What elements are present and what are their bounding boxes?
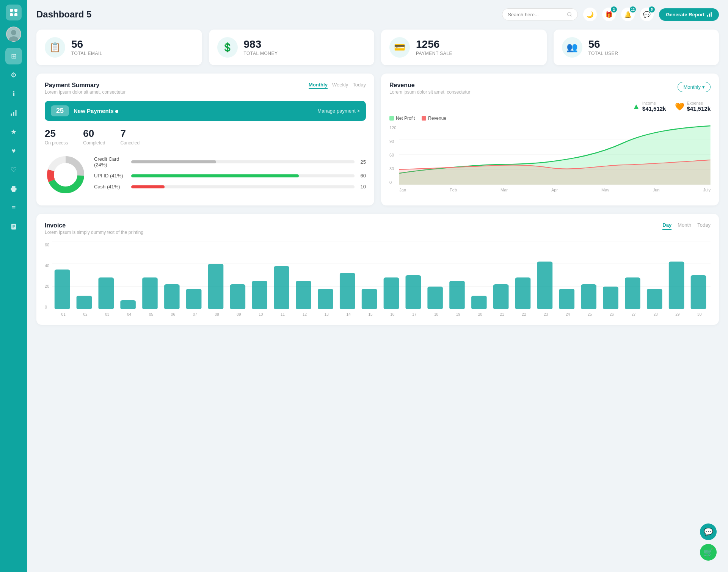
stat-card-email: 📋 56 TOTAL EMAIL [36,30,202,65]
donut-chart [45,154,86,197]
sidebar-item-info[interactable]: ℹ [5,86,22,102]
svg-rect-3 [14,13,17,16]
chat-button[interactable]: 💬 5 [640,8,654,21]
tab-today[interactable]: Today [353,82,366,89]
sidebar-item-heart[interactable]: ♥ [5,143,22,159]
svg-rect-57 [537,262,553,309]
stat-completed: 60 Completed [83,128,105,146]
new-payments-label: New Payments [74,108,118,114]
svg-rect-39 [142,277,158,309]
svg-rect-35 [55,270,70,309]
sidebar-item-dashboard[interactable]: ⊞ [5,48,22,64]
svg-rect-8 [13,112,14,116]
svg-rect-49 [362,289,377,309]
search-box[interactable] [502,8,578,20]
revenue-panel: Revenue Lorem ipsum dolor sit amet, cons… [381,74,719,205]
sidebar-item-print[interactable] [5,180,22,197]
tab-monthly[interactable]: Monthly [309,82,328,89]
revenue-dropdown[interactable]: Monthly ▾ [678,82,711,92]
search-input[interactable] [508,12,564,17]
tab-day[interactable]: Day [662,222,672,230]
fab-support[interactable]: 💬 [700,523,717,540]
header-right: 🌙 🎁 2 🔔 12 💬 5 Generate Report [502,8,719,21]
sidebar-item-menu[interactable]: ≡ [5,199,22,216]
svg-point-5 [11,30,16,35]
svg-rect-60 [603,287,618,309]
income-stat: ▲ Income $41,512k [632,101,666,112]
money-icon: 💲 [217,37,238,58]
svg-rect-10 [12,186,16,188]
svg-rect-20 [709,14,710,17]
chat-badge: 5 [649,6,655,13]
svg-rect-51 [406,275,421,309]
svg-rect-7 [11,114,12,116]
tab-weekly[interactable]: Weekly [332,82,348,89]
svg-line-18 [571,16,572,17]
invoice-chart-container: 60 40 20 0 [45,241,711,317]
invoice-subtitle: Lorem ipsum is simply dummy text of the … [45,230,143,235]
invoice-tabs: Day Month Today [662,222,711,230]
svg-rect-1 [14,9,17,12]
sidebar: ⊞ ⚙ ℹ ★ ♥ ♡ ≡ [0,0,27,572]
expense-stat: 🧡 Expense $41,512k [675,101,711,112]
sidebar-item-favorites[interactable]: ★ [5,124,22,140]
chart-icon [707,12,712,17]
generate-report-button[interactable]: Generate Report [659,8,719,21]
svg-rect-64 [691,275,706,309]
sidebar-logo[interactable] [6,5,22,20]
svg-rect-63 [669,262,684,309]
svg-rect-43 [230,284,246,309]
email-icon: 📋 [45,37,65,58]
svg-rect-0 [10,9,13,12]
svg-rect-38 [121,300,136,309]
user-icon: 👥 [562,37,582,58]
revenue-subtitle: Lorem ipsum dolor sit amet, consectetur [389,89,470,95]
revenue-chart-svg [399,124,711,185]
stat-label-user: TOTAL USER [588,51,618,56]
main-content: Dashboard 5 🌙 🎁 2 🔔 12 💬 5 Generate Repo… [27,0,728,572]
invoice-title: Invoice [45,222,143,229]
svg-rect-36 [77,296,92,309]
svg-rect-56 [515,277,531,309]
tab-today2[interactable]: Today [697,222,711,230]
svg-rect-2 [10,13,13,16]
payment-summary-title: Payment Summary [45,82,126,89]
sidebar-item-analytics[interactable] [5,105,22,121]
svg-rect-19 [707,15,708,17]
page-header: Dashboard 5 🌙 🎁 2 🔔 12 💬 5 Generate Repo… [36,8,719,21]
stat-label-email: TOTAL EMAIL [71,51,102,56]
gift-button[interactable]: 🎁 2 [602,8,616,21]
sidebar-item-docs[interactable] [5,218,22,235]
stat-card-user: 👥 56 TOTAL USER [554,30,719,65]
progress-list: Credit Card (24%) 25 UPI ID (41%) 60 Cas… [94,156,366,195]
tab-month[interactable]: Month [678,222,691,230]
svg-rect-9 [16,110,17,116]
svg-rect-40 [164,284,180,309]
avatar[interactable] [6,27,21,42]
sidebar-item-heart2[interactable]: ♡ [5,161,22,178]
stat-number-user: 56 [588,39,618,50]
invoice-chart-svg [52,241,711,309]
svg-rect-58 [559,289,575,309]
svg-rect-59 [581,284,597,309]
stat-label-money: TOTAL MONEY [244,51,278,56]
sidebar-item-settings[interactable]: ⚙ [5,67,22,83]
theme-toggle-button[interactable]: 🌙 [583,8,597,21]
svg-rect-48 [340,273,355,309]
new-payments-row: 25 New Payments Manage payment > [45,101,366,121]
bell-button[interactable]: 🔔 12 [621,8,635,21]
svg-rect-12 [12,190,16,192]
progress-cash: Cash (41%) 10 [94,184,366,190]
svg-rect-37 [99,277,114,309]
svg-rect-46 [296,281,311,309]
fab-cart[interactable]: 🛒 [700,544,717,561]
svg-rect-62 [647,289,662,309]
svg-rect-55 [493,284,509,309]
svg-rect-52 [428,287,443,309]
stat-canceled: 7 Canceled [120,128,140,146]
manage-payment-link[interactable]: Manage payment > [317,108,360,114]
stat-number-email: 56 [71,39,102,50]
svg-rect-45 [274,266,290,309]
stat-card-money: 💲 983 TOTAL MONEY [209,30,375,65]
svg-rect-53 [449,281,465,309]
